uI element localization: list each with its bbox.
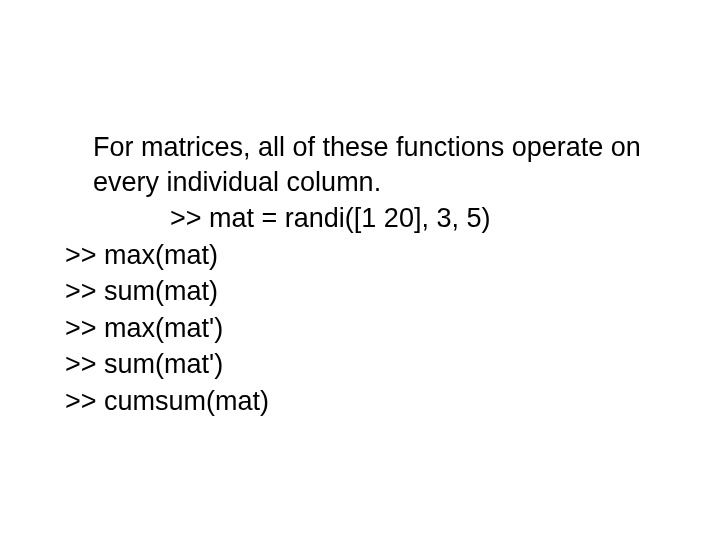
command-line: >> max(mat) bbox=[65, 238, 660, 273]
command-line: >> max(mat') bbox=[65, 311, 660, 346]
intro-text: For matrices, all of these functions ope… bbox=[93, 130, 660, 199]
command-line: >> sum(mat') bbox=[65, 347, 660, 382]
command-line: >> cumsum(mat) bbox=[65, 384, 660, 419]
command-line: >> sum(mat) bbox=[65, 274, 660, 309]
command-line-randi: >> mat = randi([1 20], 3, 5) bbox=[170, 201, 660, 236]
